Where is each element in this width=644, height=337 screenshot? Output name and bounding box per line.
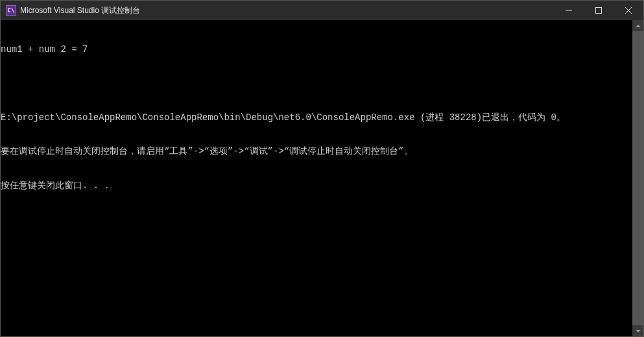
console-line: 要在调试停止时自动关闭控制台，请启用“工具”->“选项”->“调试”->“调试停…: [1, 146, 632, 158]
console-area: num1 + num 2 = 7 E:\project\ConsoleAppRe…: [1, 20, 643, 336]
maximize-button[interactable]: [584, 1, 614, 20]
console-line: [1, 79, 632, 90]
scroll-up-button[interactable]: [632, 20, 643, 31]
scroll-down-button[interactable]: [632, 325, 643, 336]
console-line: num1 + num 2 = 7: [1, 44, 632, 56]
vertical-scrollbar[interactable]: [632, 20, 643, 336]
close-button[interactable]: [614, 1, 643, 20]
chevron-up-icon: [636, 25, 641, 27]
console-output[interactable]: num1 + num 2 = 7 E:\project\ConsoleAppRe…: [1, 20, 632, 336]
app-icon-text: C\: [8, 7, 15, 14]
scroll-track[interactable]: [632, 31, 643, 325]
minimize-button[interactable]: [554, 1, 584, 20]
svg-rect-1: [596, 8, 602, 14]
console-line: E:\project\ConsoleAppRemo\ConsoleAppRemo…: [1, 112, 632, 124]
window-controls: [554, 1, 643, 20]
app-icon: C\: [6, 5, 16, 16]
chevron-down-icon: [636, 330, 641, 332]
svg-marker-4: [636, 25, 641, 27]
maximize-icon: [595, 7, 602, 14]
svg-marker-5: [636, 330, 641, 332]
titlebar[interactable]: C\ Microsoft Visual Studio 调试控制台: [1, 1, 643, 20]
minimize-icon: [566, 7, 572, 14]
scroll-thumb[interactable]: [632, 31, 643, 325]
console-line: 按任意键关闭此窗口. . .: [1, 181, 632, 192]
window-title: Microsoft Visual Studio 调试控制台: [20, 5, 140, 16]
close-icon: [625, 7, 632, 14]
